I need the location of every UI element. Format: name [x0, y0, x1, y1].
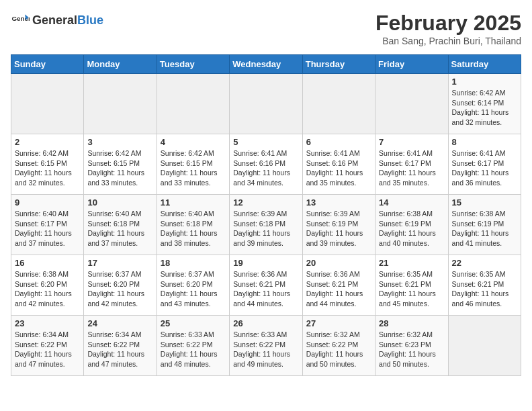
day-number: 16 [15, 258, 80, 268]
day-number: 22 [452, 258, 517, 268]
calendar-cell-w3-d1: 17Sunrise: 6:37 AM Sunset: 6:20 PM Dayli… [84, 255, 157, 316]
weekday-header-thursday: Thursday [302, 55, 375, 74]
calendar-cell-w1-d2: 4Sunrise: 6:42 AM Sunset: 6:15 PM Daylig… [157, 134, 229, 195]
calendar-cell-w4-d2: 25Sunrise: 6:33 AM Sunset: 6:22 PM Dayli… [157, 316, 229, 376]
day-info: Sunrise: 6:40 AM Sunset: 6:18 PM Dayligh… [87, 209, 152, 248]
day-number: 1 [452, 77, 517, 87]
calendar-cell-w0-d1 [84, 74, 157, 134]
calendar-cell-w1-d3: 5Sunrise: 6:41 AM Sunset: 6:16 PM Daylig… [230, 134, 302, 195]
day-info: Sunrise: 6:33 AM Sunset: 6:22 PM Dayligh… [161, 330, 226, 369]
day-number: 20 [306, 258, 371, 268]
calendar-cell-w1-d4: 6Sunrise: 6:41 AM Sunset: 6:16 PM Daylig… [302, 134, 375, 195]
calendar-cell-w4-d5: 28Sunrise: 6:32 AM Sunset: 6:23 PM Dayli… [375, 316, 448, 376]
calendar-subtitle: Ban Sang, Prachin Buri, Thailand [375, 36, 521, 46]
day-number: 18 [161, 258, 226, 268]
weekday-header-sunday: Sunday [11, 55, 84, 74]
day-number: 4 [161, 137, 226, 147]
day-info: Sunrise: 6:37 AM Sunset: 6:20 PM Dayligh… [161, 269, 226, 309]
day-number: 24 [87, 318, 152, 328]
day-number: 27 [306, 318, 371, 328]
day-info: Sunrise: 6:40 AM Sunset: 6:17 PM Dayligh… [15, 209, 80, 248]
calendar-cell-w3-d2: 18Sunrise: 6:37 AM Sunset: 6:20 PM Dayli… [157, 255, 229, 316]
day-info: Sunrise: 6:42 AM Sunset: 6:14 PM Dayligh… [452, 88, 517, 128]
day-number: 11 [161, 197, 226, 208]
day-number: 13 [306, 197, 371, 208]
day-info: Sunrise: 6:40 AM Sunset: 6:18 PM Dayligh… [161, 209, 226, 248]
day-number: 28 [379, 318, 444, 328]
calendar-cell-w4-d6 [448, 316, 521, 376]
weekday-header-friday: Friday [375, 55, 448, 74]
calendar-cell-w0-d2 [157, 74, 229, 134]
calendar-cell-w2-d1: 10Sunrise: 6:40 AM Sunset: 6:18 PM Dayli… [84, 195, 157, 255]
day-info: Sunrise: 6:41 AM Sunset: 6:16 PM Dayligh… [306, 148, 371, 188]
calendar-cell-w0-d3 [230, 74, 302, 134]
day-info: Sunrise: 6:39 AM Sunset: 6:18 PM Dayligh… [233, 209, 298, 248]
calendar-cell-w0-d4 [302, 74, 375, 134]
calendar-cell-w0-d6: 1Sunrise: 6:42 AM Sunset: 6:14 PM Daylig… [448, 74, 521, 134]
calendar-cell-w3-d0: 16Sunrise: 6:38 AM Sunset: 6:20 PM Dayli… [11, 255, 84, 316]
day-number: 14 [379, 197, 444, 208]
weekday-header-monday: Monday [84, 55, 157, 74]
calendar-cell-w3-d3: 19Sunrise: 6:36 AM Sunset: 6:21 PM Dayli… [230, 255, 302, 316]
day-number: 5 [233, 137, 298, 147]
calendar-cell-w2-d2: 11Sunrise: 6:40 AM Sunset: 6:18 PM Dayli… [157, 195, 229, 255]
day-info: Sunrise: 6:37 AM Sunset: 6:20 PM Dayligh… [87, 269, 152, 309]
day-info: Sunrise: 6:36 AM Sunset: 6:21 PM Dayligh… [233, 269, 298, 309]
day-number: 2 [15, 137, 80, 147]
day-info: Sunrise: 6:39 AM Sunset: 6:19 PM Dayligh… [306, 209, 371, 248]
day-number: 23 [15, 318, 80, 328]
calendar-cell-w1-d0: 2Sunrise: 6:42 AM Sunset: 6:15 PM Daylig… [11, 134, 84, 195]
calendar-title: February 2025 [375, 11, 521, 36]
calendar-cell-w2-d5: 14Sunrise: 6:38 AM Sunset: 6:19 PM Dayli… [375, 195, 448, 255]
day-info: Sunrise: 6:33 AM Sunset: 6:22 PM Dayligh… [233, 330, 298, 369]
calendar-cell-w4-d1: 24Sunrise: 6:34 AM Sunset: 6:22 PM Dayli… [84, 316, 157, 376]
day-info: Sunrise: 6:41 AM Sunset: 6:17 PM Dayligh… [379, 148, 444, 188]
day-number: 8 [452, 137, 517, 147]
calendar-cell-w2-d3: 12Sunrise: 6:39 AM Sunset: 6:18 PM Dayli… [230, 195, 302, 255]
calendar-cell-w3-d4: 20Sunrise: 6:36 AM Sunset: 6:21 PM Dayli… [302, 255, 375, 316]
day-info: Sunrise: 6:42 AM Sunset: 6:15 PM Dayligh… [161, 148, 226, 188]
weekday-header-wednesday: Wednesday [230, 55, 302, 74]
day-number: 25 [161, 318, 226, 328]
page-header: General GeneralBlue February 2025 Ban Sa… [11, 11, 521, 46]
day-info: Sunrise: 6:38 AM Sunset: 6:19 PM Dayligh… [452, 209, 517, 248]
calendar-cell-w1-d6: 8Sunrise: 6:41 AM Sunset: 6:17 PM Daylig… [448, 134, 521, 195]
calendar-cell-w2-d0: 9Sunrise: 6:40 AM Sunset: 6:17 PM Daylig… [11, 195, 84, 255]
day-number: 26 [233, 318, 298, 328]
day-number: 3 [87, 137, 152, 147]
logo-blue-text: Blue [77, 13, 103, 27]
weekday-header-tuesday: Tuesday [157, 55, 229, 74]
day-info: Sunrise: 6:35 AM Sunset: 6:21 PM Dayligh… [379, 269, 444, 309]
day-number: 17 [87, 258, 152, 268]
logo-general-text: General [32, 13, 77, 27]
day-number: 21 [379, 258, 444, 268]
day-info: Sunrise: 6:35 AM Sunset: 6:21 PM Dayligh… [452, 269, 517, 309]
logo-icon: General [11, 11, 30, 30]
calendar-cell-w0-d0 [11, 74, 84, 134]
calendar-cell-w1-d1: 3Sunrise: 6:42 AM Sunset: 6:15 PM Daylig… [84, 134, 157, 195]
day-info: Sunrise: 6:32 AM Sunset: 6:23 PM Dayligh… [379, 330, 444, 369]
day-info: Sunrise: 6:38 AM Sunset: 6:20 PM Dayligh… [15, 269, 80, 309]
calendar-table: SundayMondayTuesdayWednesdayThursdayFrid… [11, 54, 521, 376]
day-info: Sunrise: 6:41 AM Sunset: 6:16 PM Dayligh… [233, 148, 298, 188]
calendar-cell-w3-d6: 22Sunrise: 6:35 AM Sunset: 6:21 PM Dayli… [448, 255, 521, 316]
calendar-cell-w4-d0: 23Sunrise: 6:34 AM Sunset: 6:22 PM Dayli… [11, 316, 84, 376]
day-info: Sunrise: 6:34 AM Sunset: 6:22 PM Dayligh… [87, 330, 152, 369]
logo: General GeneralBlue [11, 11, 103, 30]
day-number: 19 [233, 258, 298, 268]
calendar-cell-w2-d4: 13Sunrise: 6:39 AM Sunset: 6:19 PM Dayli… [302, 195, 375, 255]
title-block: February 2025 Ban Sang, Prachin Buri, Th… [375, 11, 521, 46]
calendar-cell-w4-d3: 26Sunrise: 6:33 AM Sunset: 6:22 PM Dayli… [230, 316, 302, 376]
day-info: Sunrise: 6:42 AM Sunset: 6:15 PM Dayligh… [87, 148, 152, 188]
day-info: Sunrise: 6:34 AM Sunset: 6:22 PM Dayligh… [15, 330, 80, 369]
day-number: 7 [379, 137, 444, 147]
day-number: 9 [15, 197, 80, 208]
calendar-cell-w0-d5 [375, 74, 448, 134]
day-info: Sunrise: 6:41 AM Sunset: 6:17 PM Dayligh… [452, 148, 517, 188]
calendar-cell-w3-d5: 21Sunrise: 6:35 AM Sunset: 6:21 PM Dayli… [375, 255, 448, 316]
calendar-cell-w2-d6: 15Sunrise: 6:38 AM Sunset: 6:19 PM Dayli… [448, 195, 521, 255]
day-number: 10 [87, 197, 152, 208]
day-number: 6 [306, 137, 371, 147]
day-info: Sunrise: 6:36 AM Sunset: 6:21 PM Dayligh… [306, 269, 371, 309]
day-info: Sunrise: 6:32 AM Sunset: 6:22 PM Dayligh… [306, 330, 371, 369]
